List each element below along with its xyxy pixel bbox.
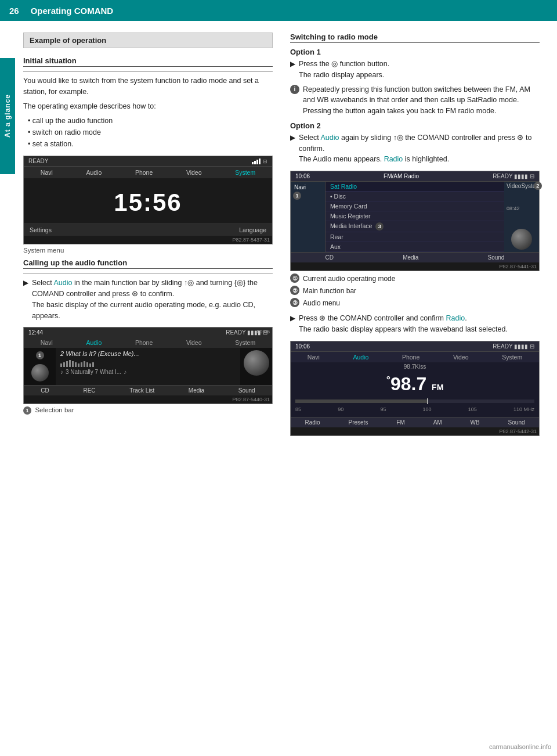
cd-track-name: 2 What Is It? (Excuse Me)... 00:06	[60, 350, 236, 357]
info-icon: i	[290, 85, 299, 94]
radio-screen: 10:06 READY ▮▮▮▮ ⊟ Navi Audio Phone Vide…	[291, 341, 539, 427]
language-label: Language	[239, 226, 266, 233]
bullet-3: set a station.	[28, 138, 273, 150]
callout-text-3: Audio menu	[303, 298, 340, 308]
nav-system: System	[235, 169, 255, 176]
cd-screen-container: 12:44 READY ▮▮▮▮ ⊟ Navi Audio Phone Vide…	[23, 327, 273, 404]
fm-title: FM/AM Radio	[384, 173, 419, 179]
callout-item-1: ① Current audio operating mode	[290, 273, 540, 284]
fm-right-top: Video System 2	[504, 182, 539, 190]
callout-badge-2: 2	[534, 182, 542, 190]
cd-nav-navi: Navi	[41, 339, 53, 346]
screen-ready-label: READY	[28, 158, 48, 164]
rbs-phone: Phone	[402, 354, 419, 361]
prog-bar-12	[92, 362, 94, 367]
freq-scale: 85 90 95 100 105 110 MHz	[291, 405, 539, 413]
page-number: 26	[9, 6, 19, 16]
option1-label: Option 1	[290, 48, 540, 56]
scale-90: 90	[338, 406, 343, 412]
prog-bar-10	[86, 362, 88, 367]
track-time: 00:06	[256, 329, 270, 334]
signal-bars: ⊟	[252, 159, 267, 164]
fm-ready: READY ▮▮▮▮ ⊟	[493, 173, 534, 179]
prog-bar-2	[63, 362, 65, 367]
scale-100: 100	[423, 406, 432, 412]
fm-screen-ref: P82.87-5441-31	[291, 262, 539, 271]
cd-center-panel: 2 What Is It? (Excuse Me)... 00:06	[56, 348, 240, 385]
cd-bottom-bar: CD REC Track List Media Sound	[24, 385, 272, 395]
rbs-btn-radio: Radio	[305, 419, 320, 426]
rbs-ready: READY ▮▮▮▮ ⊟	[493, 343, 534, 350]
radio-screen-ref: P82.87-5442-31	[291, 427, 539, 435]
fm-btn-media: Media	[403, 254, 418, 261]
side-tab: At a glance	[0, 58, 15, 174]
fm-menu-area: Navi 1 Sat Radio • Disc Memory Card Musi…	[291, 182, 539, 252]
divider2	[23, 273, 273, 274]
progress-bars	[60, 359, 236, 367]
menu-aux: Aux	[325, 242, 504, 252]
radio-screen-container: 10:06 READY ▮▮▮▮ ⊟ Navi Audio Phone Vide…	[290, 341, 540, 436]
rbs-navi: Navi	[308, 354, 320, 361]
screen-bottom: Settings Language	[24, 224, 272, 236]
freq-unit: FM	[432, 383, 443, 392]
calling-audio-instruction: ▶ Select Audio in the main function bar …	[23, 278, 273, 321]
info-box: i Repeatedly pressing this function butt…	[290, 84, 540, 117]
menu-rear: Rear	[325, 232, 504, 242]
bar3	[256, 160, 258, 164]
audio-highlight: Audio	[54, 279, 73, 287]
note-icon-left: ♪	[60, 369, 63, 375]
option2-label: Option 2	[290, 121, 540, 130]
intro-bullets: call up the audio function switch on rad…	[28, 115, 273, 150]
callout-text-1: Current audio operating mode	[303, 273, 395, 284]
example-box: Example of operation	[23, 33, 273, 48]
caption-badge-1: 1	[23, 406, 31, 415]
prog-bar-3	[66, 361, 68, 367]
fm-screen-container: 10:06 FM/AM Radio READY ▮▮▮▮ ⊟ Navi 1 Sa…	[290, 171, 540, 271]
left-column: Example of operation Initial situation Y…	[23, 33, 273, 438]
menu-media-interface: Media Interface 3	[325, 221, 504, 232]
rbs-video: Video	[453, 354, 469, 361]
cd-btn-media: Media	[189, 387, 204, 394]
scale-105: 105	[468, 406, 477, 412]
frequency-display: °98.7 FM	[291, 371, 539, 397]
side-tab-label: At a glance	[3, 94, 12, 138]
track-text: 2 What Is It? (Excuse Me)...	[60, 350, 139, 357]
fm-screen: 10:06 FM/AM Radio READY ▮▮▮▮ ⊟ Navi 1 Sa…	[291, 171, 539, 262]
rbs-btn-sound: Sound	[508, 419, 525, 426]
page-title: Operating COMAND	[31, 6, 114, 16]
arrow-icon-4: ▶	[290, 313, 295, 335]
cd-main-area: 1 2 What Is It? (Excuse Me)... 00:06	[24, 348, 272, 385]
screen-ref-1: P82.87-5437-31	[24, 236, 272, 244]
audio-highlight-2: Audio	[321, 134, 339, 142]
cd-btn-tracklist: Track List	[129, 387, 154, 394]
fm-time-right: 08:42	[504, 204, 539, 213]
right-column: Switching to radio mode Option 1 ▶ Press…	[290, 33, 540, 438]
callout-3-badge: 3	[375, 222, 384, 231]
fm-nav-system: System 2	[521, 183, 540, 189]
knob-icon	[244, 350, 269, 376]
freq-degree: °	[386, 374, 390, 386]
fm-callout-badge-1: 1	[293, 192, 301, 200]
bar2	[254, 161, 256, 164]
fm-top-bar: 10:06 FM/AM Radio READY ▮▮▮▮ ⊟	[291, 171, 539, 182]
calling-audio-heading: Calling up the audio function	[23, 258, 273, 269]
fm-center-menu: Sat Radio • Disc Memory Card Music Regis…	[325, 182, 504, 252]
initial-situation-heading: Initial situation	[23, 56, 273, 67]
nav-audio: Audio	[86, 169, 102, 176]
fm-btn-sound: Sound	[488, 254, 505, 261]
scale-95: 95	[380, 406, 386, 412]
menu-sat-radio: Sat Radio	[325, 182, 504, 192]
cd-right-panel	[240, 348, 272, 385]
prog-bar-11	[89, 363, 91, 367]
rbs-btn-wb: WB	[471, 419, 480, 426]
radio-highlight-2: Radio	[446, 314, 465, 322]
fm-nav-navi: Navi	[291, 183, 325, 192]
wifi-icon: ⊟	[263, 159, 267, 164]
cd-nav-phone: Phone	[135, 339, 153, 346]
prog-bar-6	[75, 362, 77, 367]
time-display: 15:56	[24, 178, 272, 224]
option1-instruction: ▶ Press the ◎ function button.The radio …	[290, 59, 540, 81]
prog-bar-8	[81, 362, 82, 367]
menu-disc: • Disc	[325, 192, 504, 201]
system-screen: READY ⊟ Navi Audio Phone Video System	[24, 156, 272, 236]
